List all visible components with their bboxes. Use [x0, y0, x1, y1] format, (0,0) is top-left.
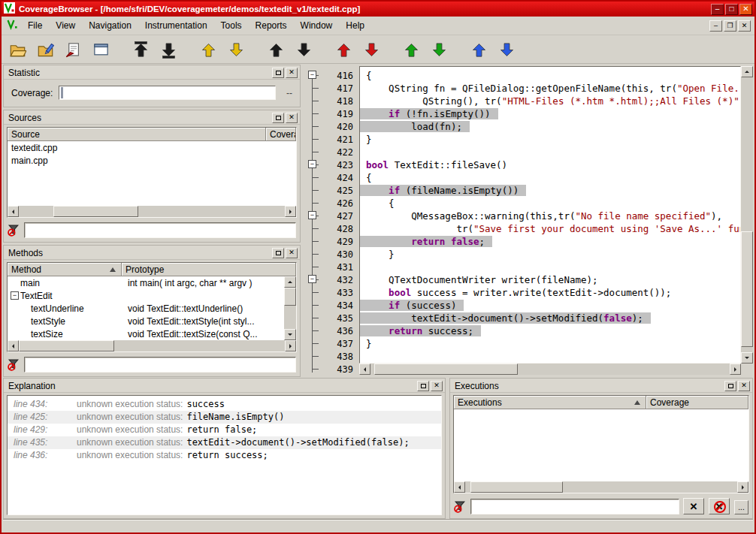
fold-collapse-icon[interactable]: [308, 160, 316, 168]
menu-view[interactable]: View: [49, 17, 82, 34]
next-item-button[interactable]: [292, 38, 315, 61]
dock-close-button[interactable]: ✕: [286, 248, 298, 258]
dock-close-button[interactable]: ✕: [286, 113, 298, 123]
scroll-up-button[interactable]: [284, 276, 296, 288]
code-line[interactable]: if (!fn.isEmpty()): [360, 107, 740, 120]
source-code-panel[interactable]: { QString fn = QFileDialog::getOpenFileN…: [359, 66, 741, 364]
table-row[interactable]: textUnderlinevoid TextEdit::textUnderlin…: [8, 302, 284, 315]
code-line[interactable]: [360, 350, 740, 363]
scroll-right-button[interactable]: [285, 340, 296, 351]
code-line[interactable]: }: [360, 337, 740, 350]
mdi-minimize-button[interactable]: –: [709, 20, 722, 32]
scrollbar-thumb[interactable]: [19, 340, 114, 351]
code-line[interactable]: return false;: [360, 235, 740, 248]
scrollbar-thumb[interactable]: [53, 206, 138, 217]
goto-last-button[interactable]: [157, 38, 180, 61]
menu-window[interactable]: Window: [294, 17, 340, 34]
code-line[interactable]: textEdit->document()->setModified(false)…: [360, 312, 740, 324]
menu-file[interactable]: File: [21, 17, 49, 34]
code-line[interactable]: }: [360, 133, 740, 146]
column-header-coverage[interactable]: Coverage: [646, 396, 748, 409]
methods-dock-titlebar[interactable]: Methods ✕: [4, 246, 300, 260]
executions-dock-titlebar[interactable]: Executions ✕: [450, 379, 752, 393]
code-line[interactable]: {: [360, 69, 740, 82]
dock-float-button[interactable]: [724, 381, 736, 391]
executions-hscrollbar[interactable]: [454, 481, 748, 493]
scrollbar-thumb[interactable]: [374, 364, 518, 375]
code-line[interactable]: [360, 146, 740, 158]
clear-filter-button[interactable]: ✕: [683, 498, 704, 514]
scroll-down-button[interactable]: [284, 329, 296, 340]
goto-first-button[interactable]: [129, 38, 152, 61]
open-edit-button[interactable]: [34, 38, 56, 61]
methods-vscrollbar[interactable]: [284, 276, 296, 340]
fold-collapse-icon[interactable]: [308, 275, 316, 283]
close-button[interactable]: ✕: [739, 4, 752, 15]
column-header-prototype[interactable]: Prototype: [122, 263, 296, 276]
next-modified-button[interactable]: [225, 38, 247, 61]
fold-collapse-icon[interactable]: [308, 71, 316, 79]
scroll-left-button[interactable]: [8, 206, 19, 217]
document-icon[interactable]: [7, 19, 18, 32]
table-row[interactable]: textedit.cpp: [8, 141, 296, 154]
column-header-method[interactable]: Method: [8, 263, 122, 276]
dock-float-button[interactable]: [272, 68, 284, 78]
scroll-down-button[interactable]: [741, 352, 753, 364]
menu-instrumentation[interactable]: Instrumentation: [138, 17, 214, 34]
next-unexecuted-button[interactable]: [360, 38, 383, 61]
methods-hscrollbar[interactable]: [8, 340, 296, 351]
scrollbar-track[interactable]: [19, 340, 285, 351]
dock-close-button[interactable]: ✕: [286, 68, 298, 78]
sources-hscrollbar[interactable]: [8, 206, 296, 217]
code-line[interactable]: {: [360, 197, 740, 210]
collapse-icon[interactable]: [11, 291, 19, 300]
filter-options-button[interactable]: ...: [734, 500, 748, 514]
column-header-coverage[interactable]: Coverage: [266, 128, 296, 141]
menu-reports[interactable]: Reports: [249, 17, 294, 34]
explanation-dock-titlebar[interactable]: Explanation ✕: [4, 379, 445, 393]
next-executed-button[interactable]: [428, 38, 450, 61]
code-vscrollbar[interactable]: [741, 66, 753, 364]
remove-filter-button[interactable]: ✕: [709, 498, 730, 514]
code-line[interactable]: }: [360, 248, 740, 261]
scrollbar-thumb[interactable]: [470, 481, 563, 493]
import-button[interactable]: [62, 38, 84, 61]
code-line[interactable]: QTextDocumentWriter writer(fileName);: [360, 273, 740, 286]
column-header-source[interactable]: Source: [8, 128, 266, 141]
code-line[interactable]: QString fn = QFileDialog::getOpenFileNam…: [360, 82, 740, 95]
scroll-left-button[interactable]: [8, 340, 19, 351]
scrollbar-track[interactable]: [465, 481, 737, 493]
statistic-dock-titlebar[interactable]: Statistic ✕: [4, 65, 300, 80]
dock-close-button[interactable]: ✕: [738, 381, 750, 391]
scroll-right-button[interactable]: [737, 481, 748, 493]
scrollbar-thumb[interactable]: [284, 288, 296, 306]
fold-collapse-icon[interactable]: [308, 211, 316, 219]
prev-item-button[interactable]: [265, 38, 287, 61]
scroll-right-button[interactable]: [730, 364, 741, 375]
menu-navigation[interactable]: Navigation: [82, 17, 138, 34]
scrollbar-track[interactable]: [284, 288, 296, 329]
scroll-left-button[interactable]: [454, 481, 465, 493]
executions-filter-input[interactable]: [470, 499, 679, 514]
mdi-close-button[interactable]: ✕: [738, 20, 751, 32]
column-header-executions[interactable]: Executions: [454, 396, 646, 409]
scroll-up-button[interactable]: [741, 66, 753, 77]
prev-modified-button[interactable]: [197, 38, 219, 61]
dock-float-button[interactable]: [272, 113, 284, 123]
scrollbar-thumb[interactable]: [741, 231, 753, 347]
code-line[interactable]: QMessageBox::warning(this,tr("No file na…: [360, 210, 740, 222]
sources-dock-titlebar[interactable]: Sources ✕: [4, 110, 300, 125]
code-line[interactable]: bool TextEdit::fileSave(): [360, 158, 740, 171]
scrollbar-track[interactable]: [370, 364, 730, 375]
open-file-button[interactable]: [6, 38, 29, 61]
code-line[interactable]: if (fileName.isEmpty()): [360, 184, 740, 197]
table-row[interactable]: textStylevoid TextEdit::textStyle(int st…: [8, 315, 284, 327]
next-marked-button[interactable]: [495, 38, 518, 61]
table-row[interactable]: textSizevoid TextEdit::textSize(const Q.…: [8, 327, 284, 340]
table-row[interactable]: mainint main( int argc, char ** argv ): [8, 276, 284, 289]
table-row[interactable]: TextEdit: [8, 289, 284, 302]
dock-close-button[interactable]: ✕: [431, 381, 443, 391]
mdi-restore-button[interactable]: ❐: [724, 20, 736, 32]
scrollbar-track[interactable]: [741, 77, 753, 352]
code-line[interactable]: [360, 261, 740, 273]
